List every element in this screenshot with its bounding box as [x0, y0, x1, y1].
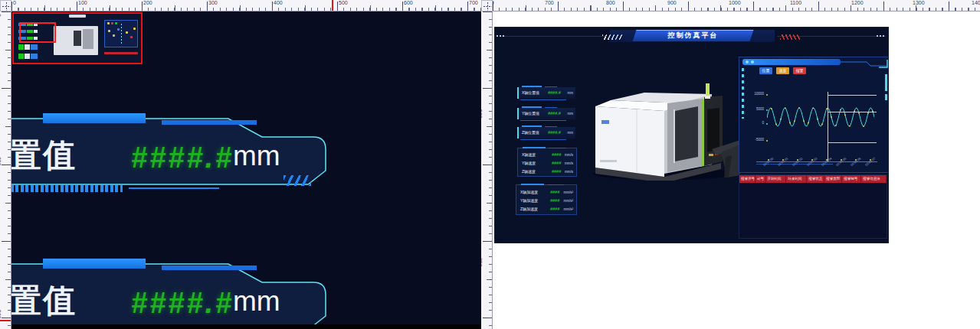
hatch-decoration	[602, 34, 622, 40]
readout-unit: mm/s	[565, 161, 573, 165]
readout-unit: mm	[568, 91, 574, 95]
minimap-chart	[104, 20, 138, 47]
header-bracket	[839, 57, 889, 70]
ruler-label: 750	[481, 258, 483, 267]
cnc-machine-image	[591, 77, 740, 181]
readout-unit: mm/s²	[564, 191, 574, 194]
ruler-label: 100	[78, 0, 87, 5]
title-decor-dashes	[877, 35, 884, 37]
readout-label: Z轴加速度	[520, 207, 538, 211]
right-cyan-strip	[885, 74, 887, 91]
alarm-column-header: 站号	[755, 175, 765, 183]
curve-chart-panel[interactable]: 位置 速度 报警 10000 5000 0 -5000	[739, 57, 889, 173]
vertical-ruler-left-view: 0 250 500	[0, 11, 11, 329]
x-axis-position-readout[interactable]: X轴位置值 ####.# mm	[517, 87, 575, 99]
chart-header-bar	[742, 59, 841, 65]
design-canvas-full[interactable]: 控制仿真平台 X轴位置值 ####.# mm Y轴位置值 ####.# mm Z…	[493, 11, 980, 329]
legend-button-speed[interactable]: 速度	[776, 67, 789, 74]
widget-value: ####.#	[131, 287, 234, 320]
minimap-navigator[interactable]	[12, 12, 143, 64]
position-value-widget-1[interactable]: 位置值 ####.# mm	[11, 111, 332, 197]
alarm-column-header: 结束时间	[786, 175, 807, 183]
ruler-label: 250	[0, 157, 2, 166]
cursor-position-marker	[0, 320, 11, 321]
position-value-widget-2[interactable]: 位置值 ####.# mm	[11, 256, 332, 329]
readout-label: Z轴速度	[522, 169, 536, 174]
hatch-decoration-red	[780, 34, 800, 40]
readout-label: Y轴位置值	[522, 111, 539, 116]
dashboard-screen[interactable]: 控制仿真平台 X轴位置值 ####.# mm Y轴位置值 ####.# mm Z…	[494, 27, 889, 243]
readout-label: X轴加速度	[520, 190, 538, 194]
widget-unit: mm	[233, 285, 280, 318]
readout-label: Y轴速度	[522, 161, 536, 165]
accent-bar	[162, 265, 257, 270]
minimap-machine-image	[54, 26, 98, 55]
y-axis-tick-label: -5000	[742, 138, 764, 142]
horizontal-ruler-right-view: 600 700 800 900 1000 1100 1200 1300 1400	[493, 0, 980, 11]
readout-unit: mm	[568, 131, 574, 135]
legend-button-position[interactable]: 位置	[759, 67, 772, 74]
ruler-origin-corner-left[interactable]	[0, 0, 11, 11]
readout-value: ####.#	[548, 111, 561, 116]
readout-value: ####	[552, 152, 561, 157]
readout-value: ####	[550, 190, 559, 194]
readout-unit: mm/s	[565, 153, 573, 157]
ruler-label: 500	[481, 109, 483, 119]
segmented-bar	[11, 185, 123, 192]
z-axis-position-readout[interactable]: Z轴位置值 ####.# mm	[517, 127, 575, 138]
chart-cursor-line[interactable]	[828, 92, 828, 162]
design-canvas-zoomed[interactable]: 位置值 ####.# mm 位置值 ####.# mm	[11, 11, 481, 329]
canvas-bottom-edge	[11, 324, 481, 329]
chart-value-line	[828, 142, 877, 143]
alarm-table[interactable]: 报警序号 站号 开始时间 结束时间 报警状态 报警类型 报警轴号 报警信息值	[739, 174, 887, 239]
title-decor-dashes	[497, 35, 504, 37]
alarm-column-header: 报警状态	[807, 175, 824, 183]
minimap-titlebar	[69, 15, 86, 18]
widget-label: 位置值	[11, 279, 77, 322]
ruler-label: 500	[339, 0, 348, 5]
legend-button-alarm[interactable]: 报警	[793, 67, 806, 74]
minimap-widget-row	[18, 44, 38, 50]
editor-window: 0 100 200 300 400 500 600 700 0 250 500	[0, 0, 980, 329]
accent-bar	[43, 113, 146, 123]
ruler-label: 1000	[729, 0, 741, 5]
widget-unit: mm	[233, 140, 280, 172]
accent-bar	[162, 120, 257, 125]
ruler-label: 1300	[913, 0, 925, 5]
minimap-viewport-rectangle[interactable]	[19, 22, 56, 43]
readout-label: Z轴位置值	[522, 130, 539, 135]
readout-unit: mm/s²	[564, 207, 574, 211]
axis-acceleration-group[interactable]: X轴加速度 #### mm/s² Y轴加速度 #### mm/s² Z轴加速度 …	[516, 184, 577, 215]
minimap-alarm-bar	[104, 52, 138, 54]
ruler-label: 1200	[851, 0, 864, 5]
readout-value: ####.#	[548, 90, 561, 95]
x-axis-line	[756, 161, 877, 162]
readout-unit: mm	[568, 112, 574, 116]
ruler-label: 0	[0, 14, 2, 17]
underline-bar	[129, 187, 219, 189]
ruler-label: 700	[469, 0, 478, 5]
readout-value: ####.#	[548, 130, 561, 135]
widget-label: 位置值	[11, 134, 77, 177]
ruler-label: 900	[667, 0, 677, 5]
ruler-origin-corner-right[interactable]	[481, 0, 493, 11]
readout-unit: mm/s²	[564, 199, 574, 203]
axis-speed-group[interactable]: X轴速度 #### mm/s Y轴速度 #### mm/s Z轴速度 #### …	[517, 148, 577, 177]
ruler-label: 800	[606, 0, 615, 5]
accent-bar	[43, 259, 146, 269]
ruler-label: 300	[208, 0, 218, 5]
alarm-column-header: 报警轴号	[842, 175, 861, 183]
title-decor-line	[500, 36, 607, 37]
readout-label: Y轴加速度	[520, 198, 538, 203]
y-axis-position-readout[interactable]: Y轴位置值 ####.# mm	[517, 108, 575, 119]
readout-label: X轴位置值	[522, 90, 539, 95]
ruler-label: 600	[404, 0, 413, 5]
alarm-column-header: 报警信息值	[861, 175, 887, 183]
hatch-decoration	[284, 175, 311, 186]
y-axis-tick-label: 5000	[742, 107, 764, 111]
ruler-label: 1100	[790, 0, 801, 5]
crosshair-icon	[2, 2, 11, 11]
y-axis-tick-label: 10000	[742, 92, 764, 96]
alarm-column-header: 报警类型	[824, 175, 842, 183]
alarm-column-header: 开始时间	[766, 175, 787, 183]
